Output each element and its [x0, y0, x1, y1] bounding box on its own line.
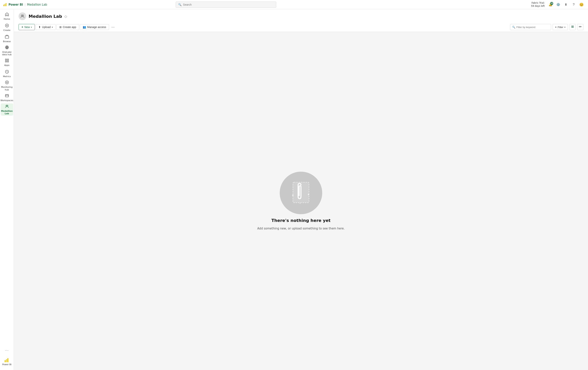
svg-rect-20 — [5, 360, 6, 362]
more-options-button[interactable]: ··· — [110, 24, 116, 30]
workspace-header: Medallion Lab ◇ + New ▾ ⬆ Upload ▾ ⊞ Cre… — [14, 9, 588, 32]
filter-chevron-icon: ▾ — [564, 26, 565, 28]
settings-button[interactable]: ⚙️ — [555, 1, 562, 8]
svg-point-19 — [7, 105, 8, 106]
empty-title: There's nothing here yet — [271, 218, 331, 223]
diamond-icon[interactable]: ◇ — [64, 14, 67, 18]
empty-illustration-svg: ✦ ✦ ✦ — [289, 180, 313, 206]
svg-point-24 — [22, 15, 24, 16]
sidebar-apps-label: Apps — [4, 64, 10, 66]
filter-icon: ≡ — [555, 26, 557, 29]
smiley-icon: 😊 — [579, 2, 584, 7]
create-app-button[interactable]: ⊞ Create app — [56, 24, 79, 30]
help-button[interactable]: ? — [570, 1, 577, 8]
more-icon: ··· — [5, 349, 9, 352]
monitoring-icon — [5, 80, 9, 85]
empty-illustration: ✦ ✦ ✦ — [280, 172, 322, 214]
trial-info: Fabric Trial: 59 days left — [531, 1, 545, 8]
sidebar-item-monitoring[interactable]: Monitoring hub — [1, 79, 13, 92]
upload-chevron-icon: ▾ — [52, 26, 53, 28]
sidebar: Home Create Browse — [0, 9, 14, 370]
plus-icon: + — [21, 25, 23, 29]
account-button[interactable]: 😊 — [578, 1, 585, 8]
empty-state: ✦ ✦ ✦ There's nothing here yet Add somet… — [14, 32, 588, 370]
manage-access-icon: 👥 — [83, 25, 86, 29]
sidebar-metrics-label: Metrics — [3, 75, 11, 78]
help-icon: ? — [573, 3, 575, 6]
notifications-button[interactable]: 🔔 24 — [547, 1, 554, 8]
search-input[interactable] — [183, 3, 274, 6]
svg-text:✦: ✦ — [299, 202, 301, 205]
sidebar-home-label: Home — [4, 18, 10, 20]
gear-icon: ⚙️ — [556, 3, 560, 6]
svg-rect-6 — [5, 36, 9, 38]
powerbi-label: Power BI — [9, 3, 23, 6]
home-icon — [5, 12, 9, 17]
list-view-icon — [571, 25, 574, 29]
svg-point-23 — [21, 15, 22, 16]
svg-rect-12 — [5, 61, 6, 62]
powerbi-bottom-label: Power BI — [2, 363, 11, 366]
sidebar-item-workspaces[interactable]: Workspaces — [1, 92, 13, 103]
svg-rect-10 — [5, 59, 6, 60]
sidebar-item-more[interactable]: ··· — [1, 345, 13, 356]
svg-point-18 — [6, 105, 7, 106]
toolbar-right: 🔍 ≡ Filter ▾ — [510, 24, 583, 30]
list-view-button[interactable] — [569, 24, 576, 30]
grid-view-icon — [579, 25, 582, 29]
svg-rect-17 — [5, 95, 9, 97]
browse-icon — [5, 35, 9, 39]
sidebar-browse-label: Browse — [3, 40, 11, 43]
sidebar-create-label: Create — [3, 29, 10, 32]
powerbi-icon — [3, 3, 7, 7]
powerbi-logo-button[interactable]: Power BI — [1, 356, 13, 367]
keyword-filter-input[interactable] — [516, 26, 549, 29]
main-layout: Home Create Browse — [0, 9, 588, 370]
grid-view-button[interactable] — [577, 24, 583, 30]
create-icon — [5, 23, 9, 28]
sidebar-item-apps[interactable]: Apps — [1, 57, 13, 68]
upload-icon: ⬆ — [39, 25, 41, 29]
svg-point-28 — [579, 26, 580, 27]
empty-subtitle: Add something new, or upload something t… — [257, 227, 345, 230]
apps-icon — [5, 58, 9, 63]
svg-rect-13 — [7, 61, 8, 62]
toolbar: + New ▾ ⬆ Upload ▾ ⊞ Create app 👥 Manage… — [19, 22, 583, 32]
svg-rect-22 — [7, 358, 8, 362]
svg-rect-21 — [6, 359, 7, 362]
workspace-title: Medallion Lab — [29, 14, 62, 19]
upload-button[interactable]: ⬆ Upload ▾ — [36, 24, 55, 30]
new-button[interactable]: + New ▾ — [19, 24, 35, 30]
sidebar-workspaces-label: Workspaces — [0, 99, 13, 102]
medallion-icon — [5, 104, 9, 109]
sidebar-medallion-label: Medallion Lab — [1, 110, 12, 115]
sidebar-item-medallion[interactable]: Medallion Lab — [1, 103, 13, 116]
sidebar-item-onelake[interactable]: OneLake data hub — [1, 44, 13, 57]
svg-point-15 — [5, 81, 9, 84]
svg-rect-0 — [3, 5, 4, 6]
notification-badge: 24 — [550, 2, 553, 5]
svg-text:✦: ✦ — [307, 193, 310, 196]
topbar-workspace-name: Medallion Lab — [27, 3, 47, 6]
download-icon: ⬇ — [565, 3, 567, 6]
sidebar-item-create[interactable]: Create — [1, 22, 13, 33]
workspaces-icon — [5, 94, 9, 98]
powerbi-logo-icon — [4, 358, 10, 363]
filter-button[interactable]: ≡ Filter ▾ — [553, 24, 568, 30]
download-button[interactable]: ⬇ — [563, 1, 569, 8]
content-area: Medallion Lab ◇ + New ▾ ⬆ Upload ▾ ⊞ Cre… — [14, 9, 588, 370]
sidebar-item-home[interactable]: Home — [1, 11, 13, 22]
manage-access-button[interactable]: 👥 Manage access — [80, 24, 109, 30]
search-icon: 🔍 — [178, 3, 181, 6]
sidebar-item-browse[interactable]: Browse — [1, 33, 13, 44]
svg-rect-2 — [6, 3, 6, 6]
search-bar: 🔍 — [176, 1, 276, 8]
workspace-avatar — [19, 12, 26, 20]
sidebar-item-metrics[interactable]: Metrics — [1, 68, 13, 79]
new-chevron-icon: ▾ — [31, 26, 32, 28]
sidebar-monitoring-label: Monitoring hub — [1, 86, 12, 91]
svg-point-29 — [580, 26, 581, 27]
svg-rect-11 — [7, 59, 8, 60]
svg-rect-1 — [4, 4, 5, 6]
create-app-icon: ⊞ — [59, 25, 62, 29]
